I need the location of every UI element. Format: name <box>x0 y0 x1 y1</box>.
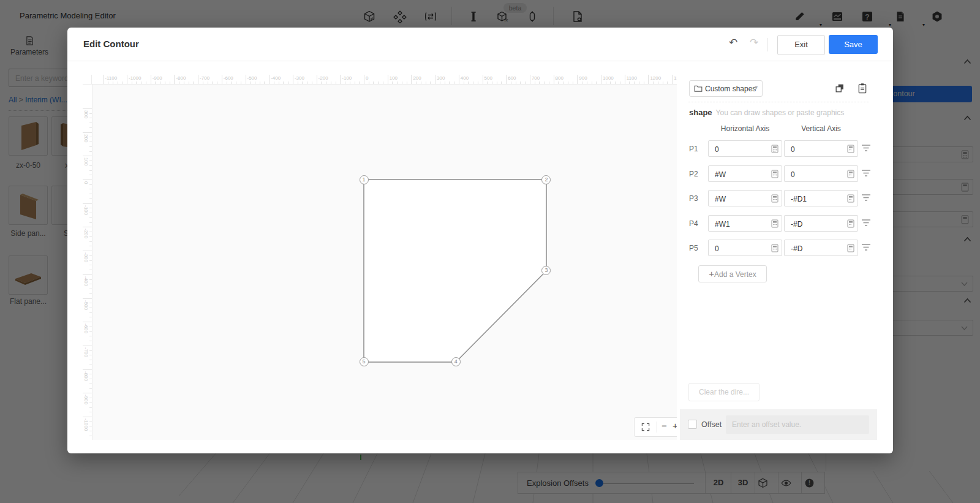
calculator-icon[interactable] <box>847 219 854 228</box>
undo-icon[interactable]: ↶ <box>729 36 737 49</box>
ruler-tick <box>89 398 92 398</box>
ruler-tick <box>587 81 587 84</box>
ruler-tick <box>260 81 260 84</box>
exit-button[interactable]: Exit <box>777 35 825 55</box>
modal-title: Edit Contour <box>83 39 139 49</box>
column-header-horizontal: Horizontal Axis <box>708 124 782 133</box>
offset-value-input[interactable] <box>726 415 869 434</box>
ruler-label: -400 <box>271 75 281 81</box>
ruler-tick <box>203 81 203 84</box>
horizontal-value-field[interactable] <box>708 190 782 206</box>
horizontal-value-input[interactable] <box>714 216 769 232</box>
horizontal-value-input[interactable] <box>714 167 769 182</box>
ruler-tick <box>89 317 92 317</box>
ruler-tick <box>231 81 232 84</box>
ruler-tick <box>89 426 92 426</box>
ruler-tick <box>89 222 92 223</box>
ruler-label: -1000 <box>129 75 141 81</box>
horizontal-value-input[interactable] <box>714 191 769 206</box>
ruler-tick <box>83 180 92 180</box>
horizontal-value-field[interactable] <box>708 140 782 157</box>
paste-icon[interactable] <box>858 83 867 94</box>
ruler-tick <box>663 81 663 84</box>
ruler-tick <box>653 81 654 84</box>
vertical-value-field[interactable] <box>784 215 858 232</box>
zoombar-divider <box>657 422 657 433</box>
calculator-icon[interactable] <box>847 194 854 203</box>
contour-canvas[interactable]: -1100-1000-900-800-700-600-500-400-300-2… <box>83 75 677 440</box>
vertical-value-input[interactable] <box>790 167 845 182</box>
vertex-badge[interactable]: 1 <box>360 175 369 184</box>
ruler-tick <box>596 81 597 84</box>
ruler-tick <box>511 81 511 84</box>
horizontal-value-field[interactable] <box>708 165 782 182</box>
row-options-icon[interactable] <box>861 143 871 153</box>
ruler-tick <box>89 388 92 389</box>
horizontal-value-field[interactable] <box>708 215 782 232</box>
horizontal-value-field[interactable] <box>708 240 782 256</box>
calculator-icon[interactable] <box>847 145 854 153</box>
zoom-in-button[interactable]: + <box>673 420 677 431</box>
save-button[interactable]: Save <box>829 35 878 54</box>
ruler-tick <box>577 75 578 84</box>
vertical-value-input[interactable] <box>790 191 845 206</box>
vertical-value-field[interactable] <box>784 190 858 206</box>
vertex-badge[interactable]: 2 <box>541 175 551 184</box>
ruler-tick <box>89 194 92 194</box>
ruler-tick <box>89 403 92 403</box>
ruler-tick <box>89 199 92 199</box>
offset-checkbox[interactable] <box>688 420 697 429</box>
ruler-label: -200 <box>318 75 328 81</box>
ruler-label: 0 <box>366 75 368 81</box>
ruler-tick <box>83 203 92 204</box>
horizontal-value-input[interactable] <box>714 142 769 157</box>
add-vertex-button[interactable]: +Add a Vertex <box>698 265 767 282</box>
zoom-out-button[interactable]: − <box>662 420 667 431</box>
ruler-tick <box>83 393 92 393</box>
ruler-tick <box>549 81 549 84</box>
calculator-icon[interactable] <box>771 219 778 228</box>
custom-shapes-dropdown[interactable]: Custom shapes ▾ <box>689 80 763 97</box>
ruler-tick <box>113 81 113 84</box>
ruler-tick <box>336 81 336 84</box>
offset-label: Offset <box>701 420 722 429</box>
ruler-tick <box>492 81 492 84</box>
ruler-label: 1200 <box>650 75 661 81</box>
ruler-tick <box>331 81 331 84</box>
vertex-badge[interactable]: 5 <box>360 357 369 366</box>
calculator-icon[interactable] <box>771 145 778 153</box>
calculator-icon[interactable] <box>847 244 854 252</box>
ruler-tick <box>459 75 459 84</box>
ruler-tick <box>610 81 611 84</box>
vertical-value-field[interactable] <box>784 165 858 182</box>
calculator-icon[interactable] <box>771 244 778 252</box>
ruler-tick <box>83 156 92 156</box>
row-options-icon[interactable] <box>861 243 871 252</box>
ruler-label: 500 <box>484 75 492 81</box>
copy-icon[interactable] <box>834 83 845 94</box>
calculator-icon[interactable] <box>771 194 778 203</box>
vertical-value-input[interactable] <box>790 216 845 232</box>
row-options-icon[interactable] <box>861 218 871 227</box>
ruler-tick <box>667 81 668 84</box>
ruler-tick <box>83 132 92 133</box>
vertical-value-input[interactable] <box>790 241 845 256</box>
ruler-tick <box>283 81 284 84</box>
vertical-value-input[interactable] <box>790 142 845 157</box>
row-options-icon[interactable] <box>861 193 871 202</box>
row-options-icon[interactable] <box>861 168 871 178</box>
fullscreen-icon[interactable] <box>641 423 650 431</box>
vertical-value-field[interactable] <box>784 140 858 157</box>
ruler-tick <box>146 81 146 84</box>
vertical-value-field[interactable] <box>784 240 858 256</box>
calculator-icon[interactable] <box>771 170 778 178</box>
ruler-label: -100 <box>342 75 352 81</box>
horizontal-value-input[interactable] <box>714 241 769 256</box>
ruler-tick <box>478 81 478 84</box>
clear-direction-button[interactable]: Clear the dire... <box>688 383 760 401</box>
calculator-icon[interactable] <box>847 170 854 178</box>
ruler-tick <box>648 75 649 84</box>
ruler-tick <box>103 75 104 84</box>
ruler-tick <box>89 312 92 313</box>
ruler-tick <box>83 417 92 417</box>
